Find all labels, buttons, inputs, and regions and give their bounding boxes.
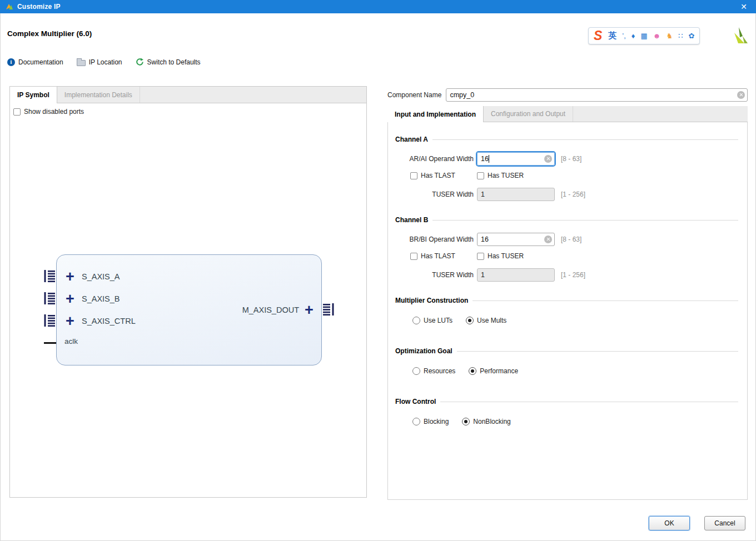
radio-use-mults[interactable]: Use Mults (466, 317, 506, 324)
documentation-button[interactable]: Documentation (7, 58, 63, 66)
range-hint: [1 - 256] (561, 271, 585, 279)
tab-implementation-details[interactable]: Implementation Details (57, 87, 140, 103)
port-aclk: aclk (64, 337, 78, 345)
optimization-goal-section: Optimization Goal Resources Performance (395, 347, 738, 377)
range-hint: [1 - 256] (561, 191, 585, 198)
channel-a-has-tuser[interactable]: Has TUSER (477, 172, 524, 179)
radio-nonblocking[interactable]: NonBlocking (462, 418, 510, 425)
keyboard-icon[interactable]: ▦ (640, 32, 647, 39)
channel-a-section: Channel A AR/AI Operand Width [8 - 63] H… (395, 136, 738, 202)
radio-icon[interactable] (412, 367, 420, 375)
window-title: Customize IP (17, 3, 61, 11)
checkbox-icon[interactable] (410, 253, 417, 260)
radio-use-luts[interactable]: Use LUTs (412, 317, 452, 324)
radio-icon[interactable] (469, 367, 476, 375)
tuser-width-label: TUSER Width (395, 191, 474, 198)
axis-interface-icon[interactable] (322, 303, 334, 316)
tab-content: Channel A AR/AI Operand Width [8 - 63] H… (387, 122, 748, 500)
vivado-app-icon (6, 3, 13, 11)
section-rule (457, 351, 738, 352)
flow-control-section: Flow Control Blocking NonBlocking (395, 398, 738, 427)
channel-b-has-tlast[interactable]: Has TLAST (410, 252, 477, 260)
radio-icon[interactable] (466, 317, 474, 324)
page-title: Complex Multiplier (6.0) (7, 29, 92, 38)
operand-width-label: BR/BI Operand Width (395, 236, 474, 243)
checkbox-icon[interactable] (477, 172, 484, 179)
ip-symbol-block: S_AXIS_A S_AXIS_B S_AXIS_CTRL aclk M_AXI… (56, 254, 322, 365)
port-m-axis-dout[interactable]: M_AXIS_DOUT (242, 302, 316, 318)
ip-symbol-panel: IP Symbol Implementation Details Show di… (9, 86, 367, 498)
checkbox-icon[interactable] (410, 172, 417, 179)
radio-icon[interactable] (412, 418, 420, 425)
component-name-row: Component Name (387, 88, 748, 102)
section-title: Flow Control (395, 398, 436, 405)
radio-blocking[interactable]: Blocking (412, 418, 449, 425)
radio-icon[interactable] (462, 418, 470, 425)
component-name-field-wrap (446, 88, 748, 102)
component-name-input[interactable] (446, 88, 748, 102)
aclk-pin-stub (44, 342, 57, 344)
axis-interface-icon[interactable] (44, 292, 56, 305)
show-disabled-ports-checkbox[interactable] (13, 108, 21, 116)
channel-a-tuser-width-input (477, 188, 555, 201)
ip-location-button[interactable]: IP Location (77, 58, 122, 66)
component-name-label: Component Name (387, 91, 441, 99)
radio-performance[interactable]: Performance (469, 367, 518, 375)
tab-configuration-and-output[interactable]: Configuration and Output (484, 106, 573, 122)
section-rule (432, 139, 738, 140)
cancel-button[interactable]: Cancel (704, 516, 745, 530)
expand-plus-icon[interactable] (63, 269, 77, 284)
sogou-logo-icon[interactable]: S (594, 29, 602, 42)
skin-icon[interactable]: ♞ (666, 32, 673, 39)
close-icon[interactable]: ✕ (737, 0, 750, 13)
port-s-axis-ctrl[interactable]: S_AXIS_CTRL (63, 313, 136, 329)
operand-width-field-wrap (477, 233, 555, 246)
radio-resources[interactable]: Resources (412, 367, 455, 375)
show-disabled-ports-row: Show disabled ports (10, 103, 366, 116)
settings-icon[interactable]: ✿ (688, 32, 694, 39)
clear-icon[interactable] (544, 155, 552, 163)
channel-b-operand-width-input[interactable] (477, 233, 555, 246)
range-hint: [8 - 63] (561, 155, 581, 163)
range-hint: [8 - 63] (561, 236, 581, 243)
radio-icon[interactable] (412, 317, 420, 324)
channel-a-has-tlast[interactable]: Has TLAST (410, 172, 477, 179)
apps-icon[interactable]: ∷ (678, 32, 683, 39)
channel-b-section: Channel B BR/BI Operand Width [8 - 63] H… (395, 216, 738, 282)
handwriting-icon[interactable]: ’, (622, 32, 626, 39)
clear-icon[interactable] (737, 91, 745, 99)
info-icon (7, 58, 15, 66)
tuser-width-field-wrap (477, 268, 555, 282)
section-rule (432, 220, 738, 221)
refresh-icon (136, 58, 144, 66)
checkbox-icon[interactable] (477, 253, 484, 260)
clear-icon[interactable] (544, 236, 552, 243)
tab-input-and-implementation[interactable]: Input and Implementation (387, 106, 484, 122)
operand-width-label: AR/AI Operand Width (395, 155, 474, 163)
section-title: Channel A (395, 136, 428, 143)
ime-language-mode[interactable]: 英 (608, 31, 616, 41)
expand-plus-icon[interactable] (302, 303, 316, 317)
axis-interface-icon[interactable] (44, 314, 56, 327)
expand-plus-icon[interactable] (63, 314, 77, 328)
ok-button[interactable]: OK (649, 516, 690, 530)
tuser-width-field-wrap (477, 188, 555, 201)
folder-icon (77, 60, 86, 66)
channel-b-has-tuser[interactable]: Has TUSER (477, 252, 524, 260)
operand-width-field-wrap (477, 152, 555, 166)
section-rule (440, 402, 738, 402)
voice-icon[interactable]: ♦ (631, 32, 635, 39)
xilinx-logo (733, 27, 749, 46)
emoji-icon[interactable]: ☻ (653, 32, 661, 39)
port-s-axis-a[interactable]: S_AXIS_A (63, 268, 120, 285)
section-rule (472, 300, 738, 301)
tab-ip-symbol[interactable]: IP Symbol (10, 87, 57, 103)
expand-plus-icon[interactable] (63, 292, 77, 306)
ip-toolbar: Documentation IP Location Switch to Defa… (7, 58, 201, 66)
switch-to-defaults-button[interactable]: Switch to Defaults (136, 58, 201, 66)
port-s-axis-b[interactable]: S_AXIS_B (63, 290, 120, 307)
configuration-panel: Component Name Input and Implementation … (387, 88, 748, 500)
show-disabled-ports-label: Show disabled ports (24, 108, 84, 116)
right-tab-strip: Input and Implementation Configuration a… (387, 106, 748, 122)
axis-interface-icon[interactable] (44, 269, 56, 283)
